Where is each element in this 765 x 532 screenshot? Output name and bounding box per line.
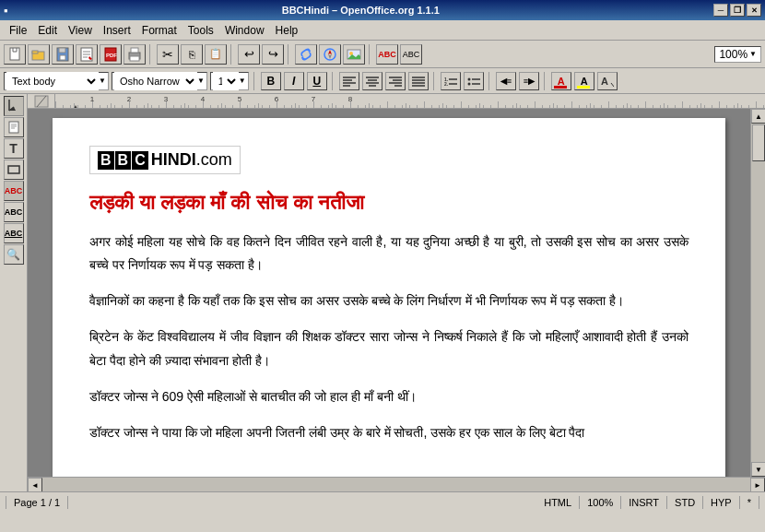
style-dropdown-icon[interactable]: ▼ <box>99 77 106 85</box>
font-size-select[interactable]: 12 <box>213 72 239 90</box>
save-icon <box>55 47 70 62</box>
font-dropdown-icon[interactable]: ▼ <box>197 77 205 85</box>
font-name-select[interactable]: Osho Narrow <box>114 72 197 90</box>
scroll-up-button[interactable]: ▲ <box>751 109 765 124</box>
svg-rect-53 <box>9 122 18 133</box>
selection-tool-button[interactable] <box>4 96 24 116</box>
menu-insert[interactable]: Insert <box>98 22 136 39</box>
increase-indent-button[interactable]: ≡▶ <box>519 72 539 90</box>
underline-button[interactable]: U <box>307 72 327 90</box>
find-replace-button[interactable]: 🔍 <box>4 244 24 265</box>
bold-button[interactable]: B <box>261 72 281 90</box>
restore-button[interactable]: ❐ <box>730 4 745 17</box>
vertical-scrollbar[interactable]: ▲ ▼ <box>750 109 765 477</box>
align-right-icon <box>389 76 402 87</box>
decrease-indent-button[interactable]: ◀≡ <box>496 72 516 90</box>
cut-button[interactable]: ✂ <box>157 44 179 65</box>
scroll-track[interactable] <box>751 124 765 462</box>
menu-window[interactable]: Window <box>219 22 270 39</box>
align-justify-icon <box>412 76 425 87</box>
rectangle-icon <box>7 163 20 176</box>
format-separator-2 <box>332 72 335 90</box>
close-button[interactable]: ✕ <box>747 4 761 17</box>
paragraph-1: अगर कोई महिला यह सोचे कि वह कितने दिन जी… <box>89 231 688 277</box>
hscroll-right-button[interactable]: ► <box>750 478 765 491</box>
article-body: अगर कोई महिला यह सोचे कि वह कितने दिन जी… <box>89 231 688 444</box>
spellcheck-side-button[interactable]: ABC <box>4 181 24 201</box>
minimize-button[interactable]: ─ <box>713 4 728 17</box>
status-hyp: HYP <box>703 496 740 509</box>
menu-edit[interactable]: Edit <box>32 22 63 39</box>
hscroll-left-button[interactable]: ◄ <box>28 478 42 491</box>
gallery-button[interactable] <box>343 44 365 65</box>
char-style-icon: A <box>601 76 614 87</box>
scroll-down-button[interactable]: ▼ <box>751 462 765 477</box>
highlight-color-button[interactable]: A <box>574 72 594 90</box>
toolbar-separator-4 <box>369 44 372 65</box>
paragraph-4: डॉक्टर जोन्स ने 609 ऐसी महिलाओं से बातची… <box>89 385 688 408</box>
horizontal-scrollbar[interactable]: ◄ ► <box>28 477 765 491</box>
spellcheck2-side-button[interactable]: ABC <box>4 202 24 222</box>
svg-marker-20 <box>328 50 332 54</box>
zoom-control[interactable]: 100% ▼ <box>714 46 761 63</box>
draw-rectangle-button[interactable] <box>4 160 24 180</box>
status-page: Page 1 / 1 <box>6 496 68 509</box>
print-button[interactable] <box>124 44 146 65</box>
highlight-bar <box>577 86 590 89</box>
redo-button[interactable]: ↪ <box>262 44 284 65</box>
navigator-button[interactable] <box>319 44 341 65</box>
svg-line-49 <box>611 83 614 87</box>
bbc-domain-label: .com <box>196 150 232 170</box>
open-icon <box>31 47 46 62</box>
align-left-button[interactable] <box>339 72 359 90</box>
char-style-button[interactable]: A <box>597 72 618 90</box>
format-bar: Text body ▼ Osho Narrow ▼ 12 ▼ B I U 1.2… <box>0 68 765 94</box>
save-button[interactable] <box>52 44 74 65</box>
title-bar: ▪ BBCHindi – OpenOffice.org 1.1.1 ─ ❐ ✕ <box>0 0 765 20</box>
align-right-button[interactable] <box>385 72 406 90</box>
bbc-logo: B B C HINDI .com <box>89 146 241 174</box>
align-center-button[interactable] <box>362 72 382 90</box>
text-tool-button[interactable]: T <box>4 138 24 159</box>
spellcheck-button[interactable]: ABC <box>376 44 398 65</box>
window-controls: ─ ❐ ✕ <box>713 4 765 17</box>
font-color-button[interactable]: A <box>551 72 571 90</box>
scroll-thumb[interactable] <box>752 124 765 161</box>
toolbar-separator-2 <box>230 44 234 65</box>
navigator-icon <box>323 47 337 62</box>
menu-file[interactable]: File <box>4 22 32 39</box>
abc-button[interactable]: ABC <box>4 223 24 243</box>
cursor-icon <box>7 100 20 112</box>
numbered-list-button[interactable]: 1.2. <box>441 72 461 90</box>
svg-text:PDF: PDF <box>106 53 117 58</box>
autocorrect-button[interactable]: ABC <box>400 44 422 65</box>
hyperlink-button[interactable] <box>295 44 317 65</box>
align-justify-button[interactable] <box>408 72 429 90</box>
new-button[interactable] <box>4 44 26 65</box>
document-page: B B C HINDI .com लड़की या लड़का माँ की स… <box>53 118 725 477</box>
menu-view[interactable]: View <box>63 22 98 39</box>
svg-point-44 <box>467 77 470 80</box>
ruler-canvas <box>55 94 765 109</box>
svg-point-46 <box>467 82 470 85</box>
menu-help[interactable]: Help <box>270 22 304 39</box>
paste-button[interactable]: 📋 <box>205 44 227 65</box>
size-dropdown-icon[interactable]: ▼ <box>239 77 246 85</box>
italic-button[interactable]: I <box>284 72 304 90</box>
edit-doc-button[interactable] <box>76 44 98 65</box>
document-container[interactable]: B B C HINDI .com लड़की या लड़का माँ की स… <box>28 109 750 477</box>
open-button[interactable] <box>28 44 50 65</box>
menu-tools[interactable]: Tools <box>182 22 219 39</box>
gallery-icon <box>347 47 361 62</box>
bullet-list-button[interactable] <box>464 72 484 90</box>
copy-button[interactable]: ⎘ <box>181 44 203 65</box>
undo-button[interactable]: ↩ <box>238 44 260 65</box>
pdf-button[interactable]: PDF <box>100 44 122 65</box>
bbc-c: C <box>132 151 148 170</box>
paragraph-style-select[interactable]: Text body <box>6 72 99 90</box>
format-separator-3 <box>433 72 436 90</box>
page-view-button[interactable] <box>4 117 24 137</box>
menu-format[interactable]: Format <box>136 22 182 39</box>
hscroll-track[interactable] <box>42 478 750 491</box>
zoom-dropdown-icon[interactable]: ▼ <box>749 50 757 58</box>
